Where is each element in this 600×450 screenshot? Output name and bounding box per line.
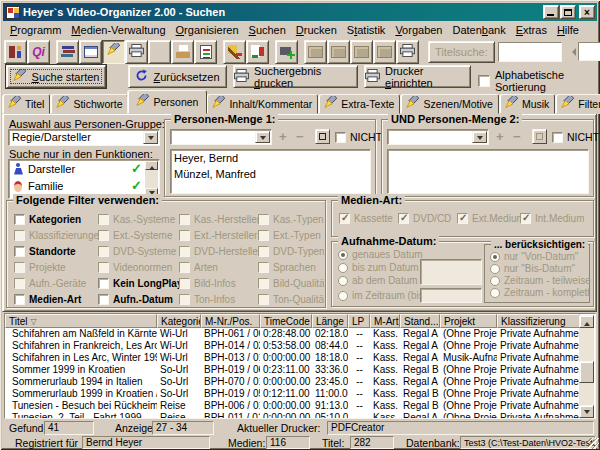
checkbox-box[interactable]	[14, 246, 25, 257]
checkbox-box[interactable]	[552, 132, 563, 143]
menge2-combobox[interactable]	[387, 129, 489, 145]
minimize-button[interactable]	[543, 5, 559, 19]
filter-checkbox-kein-longplay[interactable]: Kein LongPlay	[98, 275, 179, 291]
tab-musik[interactable]: Musik	[499, 94, 555, 114]
menu-item-extras[interactable]: Extras	[511, 23, 552, 37]
person-list-item[interactable]: Münzel, Manfred	[171, 166, 370, 182]
checkbox-box[interactable]	[98, 278, 109, 289]
suchergebnis-drucken-button[interactable]: Suchergebnis drucken	[233, 65, 358, 88]
suche-starten-button[interactable]: Suche starten	[6, 65, 106, 88]
menu-item-medien-verwaltung[interactable]: Medien-Verwaltung	[66, 23, 170, 37]
menu-item-vorgaben[interactable]: Vorgaben	[390, 23, 447, 37]
tab-inhalt-kommentar[interactable]: Inhalt/Kommentar	[206, 94, 318, 114]
statistics-button[interactable]	[148, 40, 171, 64]
tab-extra-texte[interactable]: Extra-Texte	[318, 94, 400, 114]
search-button[interactable]	[102, 40, 125, 64]
filter-checkbox-kategorien[interactable]: Kategorien	[14, 211, 98, 227]
drucker-einrichten-button[interactable]: Drucker einrichten	[364, 65, 471, 88]
column-header-timecode[interactable]: TimeCode	[260, 314, 312, 328]
clear-list-button[interactable]	[315, 129, 330, 144]
quickinfo-button[interactable]: Qi	[27, 40, 50, 64]
tab-personen[interactable]: Personen	[127, 90, 207, 114]
column-header-m-art[interactable]: M-Art	[370, 314, 400, 328]
column-header-projekt[interactable]: Projekt	[440, 314, 497, 328]
table-row[interactable]: Tunesien - Besuch bei Rückheims ...Reise…	[5, 400, 580, 412]
menge2-listbox[interactable]	[387, 149, 589, 194]
tab-szenen-motive[interactable]: Szenen/Motive	[400, 94, 498, 114]
menge1-combobox[interactable]	[170, 129, 272, 145]
table-row[interactable]: Sommerurlaub 1994 in ItalienSo-UrlBPH-07…	[5, 376, 580, 388]
funktionen-listbox[interactable]: Darsteller✓Familie✓	[8, 159, 160, 199]
lend-button[interactable]	[171, 40, 194, 64]
menu-item-statistik[interactable]: Statistik	[342, 23, 391, 37]
dropdown-arrow-icon[interactable]	[143, 131, 158, 144]
funktion-item-darsteller[interactable]: Darsteller✓	[9, 160, 159, 177]
column-header-lp[interactable]: LP	[348, 314, 370, 328]
add-media-button[interactable]	[275, 40, 298, 64]
column-header-m-nr-pos[interactable]: M-Nr./Pos.	[201, 314, 260, 328]
checkbox-box[interactable]	[335, 132, 346, 143]
zuruecksetzen-button[interactable]: Zurücksetzen	[128, 65, 227, 88]
exit-button[interactable]	[4, 40, 27, 64]
menu-item-organisieren[interactable]: Organisieren	[171, 23, 244, 37]
personen-gruppe-combobox[interactable]: Regie/Darsteller	[8, 129, 160, 146]
spinner-value-box[interactable]	[578, 42, 600, 61]
table-cell: Regal A	[400, 412, 440, 419]
media-management-button[interactable]	[56, 40, 79, 64]
filter-checkbox-aufn-datum[interactable]: Aufn.-Datum	[98, 291, 179, 307]
maximize-button[interactable]	[560, 5, 576, 19]
filter-checkbox-dvd-hersteller: DVD-Hersteller	[179, 243, 258, 259]
edit-lists-button[interactable]	[246, 40, 269, 64]
radio-button	[490, 252, 500, 262]
resize-grip[interactable]	[588, 438, 599, 449]
menu-item-drucken[interactable]: Drucken	[291, 23, 342, 37]
checkbox-box[interactable]	[14, 294, 25, 305]
tab-titel[interactable]: Titel	[2, 94, 50, 114]
tab-filter[interactable]: Filter	[555, 94, 600, 114]
nicht-checkbox-1[interactable]: NICHT	[335, 131, 382, 143]
print-button[interactable]	[125, 40, 148, 64]
menu-item-suchen[interactable]: Suchen	[244, 23, 291, 37]
scroll-up-button[interactable]	[579, 315, 594, 328]
nicht-checkbox-2[interactable]: NICHT	[552, 131, 599, 143]
funktionen-scrollbar[interactable]	[145, 161, 158, 197]
column-header-länge[interactable]: Länge	[312, 314, 348, 328]
scroll-up-icon[interactable]	[145, 161, 158, 170]
column-header-kategorie[interactable]: Kategorie	[157, 314, 201, 328]
checkbox-box[interactable]	[478, 75, 490, 87]
titelsuche-input[interactable]	[498, 42, 562, 62]
quick-print-button[interactable]	[396, 40, 419, 64]
column-header-stand[interactable]: Stand...	[400, 314, 440, 328]
filter-checkbox-standorte[interactable]: Standorte	[14, 243, 98, 259]
add-person-button: +	[496, 131, 504, 143]
checkbox-box[interactable]	[98, 294, 109, 305]
person-list-item[interactable]: Heyer, Bernd	[171, 150, 370, 166]
organize-button[interactable]	[79, 40, 102, 64]
menu-item-programm[interactable]: Programm	[5, 23, 66, 37]
dropdown-arrow-icon[interactable]	[255, 131, 270, 143]
checkbox-box[interactable]	[14, 214, 25, 225]
menge1-listbox[interactable]: Heyer, BerndMünzel, Manfred	[170, 149, 371, 194]
table-row[interactable]: Schifahren am Naßfeld in KärntenWi-UrlBP…	[5, 328, 580, 340]
table-row[interactable]: Sommerurlaub 1999 in Kroatien / ...So-Ur…	[5, 388, 580, 400]
spinner-left-icon[interactable]	[568, 48, 576, 56]
edit-codes-button[interactable]	[223, 40, 246, 64]
tab-stichworte[interactable]: Stichworte	[50, 94, 128, 114]
scrollbar-thumb[interactable]	[579, 361, 594, 383]
dropdown-arrow-icon[interactable]	[472, 131, 487, 143]
menu-item-datenbank[interactable]: Datenbank	[447, 23, 510, 37]
column-header-titel[interactable]: Titel▽	[5, 314, 157, 328]
table-row[interactable]: Sommer 1999 in KroatienSo-UrlBPH-019 / 0…	[5, 364, 580, 376]
table-row[interactable]: Schifahren in Frankreich, Les ArcWi-UrlB…	[5, 340, 580, 352]
column-header-klassifizierung[interactable]: Klassifizierung	[497, 314, 580, 328]
table-row[interactable]: Tunesien, 2. Teil - Fahrt 1999ReiseBPH-0…	[5, 412, 580, 419]
filter-checkbox-medien-art[interactable]: Medien-Art	[14, 291, 98, 307]
table-vertical-scrollbar[interactable]	[579, 315, 594, 418]
funktion-item-familie[interactable]: Familie✓	[9, 177, 159, 194]
scroll-down-button[interactable]	[579, 405, 594, 418]
table-row[interactable]: Schifahren in Les Arc, Winter 1998Wi-Url…	[5, 352, 580, 364]
notes-button[interactable]	[194, 40, 217, 64]
close-button[interactable]: ×	[579, 5, 595, 19]
tab-label: Szenen/Motive	[423, 98, 492, 110]
menu-item-hilfe[interactable]: Hilfe	[552, 23, 584, 37]
